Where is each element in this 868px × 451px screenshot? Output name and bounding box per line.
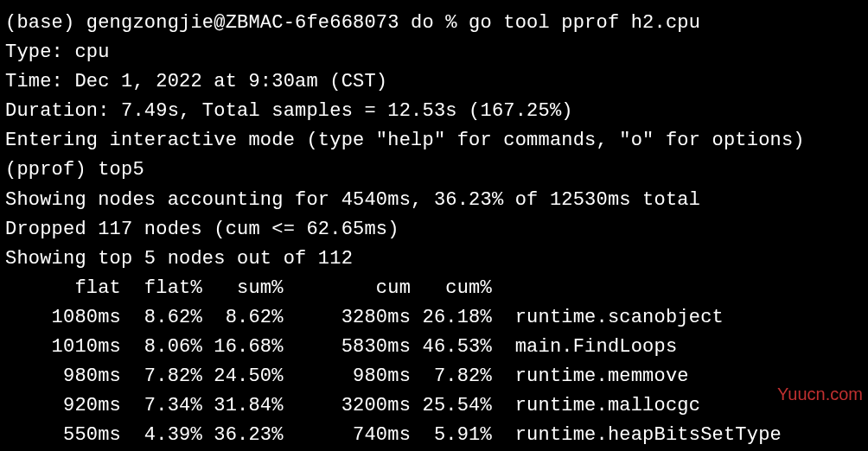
pprof-time-line: Time: Dec 1, 2022 at 9:30am (CST) (5, 67, 863, 97)
table-row: 1080ms 8.62% 8.62% 3280ms 26.18% runtime… (5, 303, 863, 333)
pprof-prompt-line[interactable]: (pprof) top5 (5, 156, 863, 185)
table-row: 980ms 7.82% 24.50% 980ms 7.82% runtime.m… (5, 362, 863, 391)
pprof-dropped-line: Dropped 117 nodes (cum <= 62.65ms) (5, 215, 863, 245)
pprof-top-line: Showing top 5 nodes out of 112 (5, 245, 863, 274)
watermark: Yuucn.com (777, 381, 863, 408)
pprof-showing-line: Showing nodes accounting for 4540ms, 36.… (5, 186, 863, 215)
pprof-type-line: Type: cpu (5, 38, 863, 67)
pprof-mode-line: Entering interactive mode (type "help" f… (5, 126, 863, 156)
pprof-duration-line: Duration: 7.49s, Total samples = 12.53s … (5, 97, 863, 126)
table-row: 550ms 4.39% 36.23% 740ms 5.91% runtime.h… (5, 421, 863, 450)
table-row: 920ms 7.34% 31.84% 3200ms 25.54% runtime… (5, 391, 863, 421)
terminal-command-line: (base) gengzongjie@ZBMAC-6fe668073 do % … (5, 9, 863, 38)
table-header: flat flat% sum% cum cum% (5, 274, 863, 303)
table-row: 1010ms 8.06% 16.68% 5830ms 46.53% main.F… (5, 333, 863, 362)
